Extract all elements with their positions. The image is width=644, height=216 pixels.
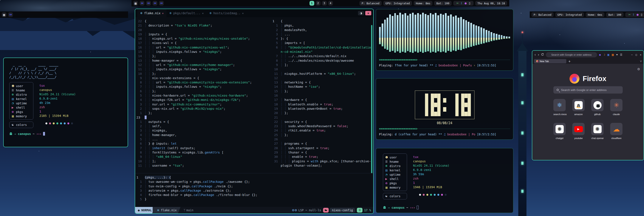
packages-icon: ✿ (385, 182, 390, 185)
pinned-app-icon[interactable]: $W (146, 1, 151, 6)
media-icon[interactable]: ● (636, 13, 638, 16)
pinned-app-icon[interactable]: $W (8, 12, 13, 17)
url-bar[interactable]: Search with Google or enter address (546, 52, 597, 57)
extension-shield-icon[interactable]: ✦ (616, 53, 618, 56)
shell-icon: ▶ (12, 106, 16, 109)
github-icon (594, 101, 602, 109)
launcher-grid-icon[interactable]: ▦ (133, 1, 138, 6)
pane-iso-image[interactable]: 1{1│ pkgs,2│ modulesPath,3│ ...4}: {5│ i… (271, 19, 372, 168)
fetch-value-user: tux (413, 155, 450, 159)
memory-icon: ▦ (12, 115, 16, 118)
back-button[interactable]: ‹ (534, 53, 536, 57)
workspace-1[interactable]: 1 (310, 1, 314, 6)
shortcut-chatgpt[interactable]: ❋chatgpt (554, 123, 566, 139)
clock: Thu Aug 08, 18:18 (475, 1, 507, 6)
shortcut-label: cloudflare (610, 137, 622, 139)
menu-icon[interactable]: ☰ (620, 53, 622, 56)
fetch-value-hname: canopus (413, 159, 450, 164)
tab-pkgs-default-[interactable]: ❄pkgs/default...× (166, 9, 206, 17)
shortcut-label: github (591, 113, 604, 116)
gear-icon: ⚙⚙ (292, 208, 297, 212)
project-name: nixos-config (330, 208, 355, 212)
shell-prompt[interactable]: →canopus~››› (9, 132, 128, 136)
extension-gem-icon[interactable]: ◆ (599, 53, 601, 56)
pane-pkgs-default[interactable]: 1{pkgs, ...}: {1│ tux-awesome-wm-config … (135, 175, 373, 201)
tab-flake-nix[interactable]: ❄flake.nix× (137, 9, 166, 17)
shortcut-chat.openai[interactable]: ❋chat.openai (591, 123, 604, 139)
search-input[interactable]: Search with Google or enter address (554, 86, 623, 94)
maximize-button[interactable]: ▢ (636, 53, 637, 56)
bluetooth-icon[interactable]: ᛒ (633, 13, 634, 16)
fetch-value-kernel: 6.9.8-zen1 (413, 168, 450, 172)
tower-silhouette (515, 30, 530, 216)
extension-moon-icon[interactable]: ☽ (603, 53, 605, 56)
fetch-value-memory: 1946 | 15394 MiB (413, 185, 450, 190)
neovim-window[interactable]: ❄flake.nix×❄pkgs/default...×❄hosts/isoIm… (135, 9, 374, 214)
phone-icon[interactable]: ▯ (641, 13, 642, 16)
new-tab-button[interactable]: + (568, 59, 570, 63)
pinned-app-icon[interactable]: $W (152, 1, 157, 6)
branch-icon: ᛘ (184, 208, 185, 212)
toggle-theme-button[interactable]: ◑ (358, 11, 364, 15)
fetch-value-user: tux (40, 84, 76, 88)
shortcut-claude[interactable]: ✳claude (610, 99, 622, 116)
firefox-tabbar: New Tab + ˅ (532, 59, 644, 64)
now-playing: Playing: d (coffee for your head) ** ♫ b… (379, 133, 510, 136)
extension-container-icon[interactable]: ▣ (607, 53, 610, 56)
fetch-value-pkgs: 1 (413, 181, 450, 185)
pane-flake-nix[interactable]: 22{21│ description = "tux's NixOS Flake"… (135, 19, 270, 168)
phone-icon[interactable]: ▯ (469, 2, 470, 5)
cava-visualizer-window[interactable]: =====================> Playing: ffee for… (376, 9, 513, 71)
reload-button[interactable] (541, 53, 544, 57)
hostname-icon: ☰ (12, 89, 16, 92)
git-branch: ᛘmain (184, 208, 194, 212)
close-button[interactable]: ✕ (640, 53, 642, 56)
terminal-fetch-left[interactable]: _ __ _ ____ _____ / |/ /(_)_ __/ __ \/ _… (3, 58, 128, 147)
fetch-value-shell: zsh (40, 105, 76, 110)
shortcut-label: chat.openai (591, 137, 604, 139)
hostname-icon: ☰ (385, 160, 390, 163)
clock-window[interactable]: 08/08/24 =====================> Playing:… (376, 78, 513, 140)
launcher-grid-icon[interactable]: ▦ (2, 12, 6, 17)
shortcut-search.nixos[interactable]: ❄search.nixos (554, 99, 566, 116)
firefox-wordmark: Firefox (583, 75, 606, 83)
close-buffer-button[interactable]: × (365, 11, 371, 15)
tab-hosts-isoImag-[interactable]: ❄hosts/isoImag..× (206, 9, 246, 17)
tab-new-tab[interactable]: New Tab (534, 59, 566, 63)
extension-block-icon[interactable]: ▦ (612, 53, 614, 56)
fetch-value-kernel: 6.9.8-zen1 (40, 97, 76, 101)
amazon-icon: a (574, 101, 583, 109)
fetch-value-pkgs: 1 (40, 110, 76, 114)
shortcut-cloudflare[interactable]: ☁cloudflare (610, 123, 622, 139)
lsp-status: ⚙⚙LSP ~ null-ls (292, 208, 321, 212)
firefox-window[interactable]: ‹ › Search with Google or enter address … (532, 50, 644, 160)
scissors-icon[interactable]: ✂ (456, 2, 459, 5)
workspace-switcher: 1234 (308, 1, 333, 6)
packages-icon: ✿ (12, 110, 16, 113)
shortcut-label: claude (610, 113, 622, 116)
firefox-logo: Firefox (532, 74, 644, 84)
shell-prompt[interactable]: →canopus~››› (383, 206, 419, 209)
tab-overflow-button[interactable]: ˅ (640, 59, 642, 63)
minimize-button[interactable]: — (631, 53, 632, 56)
forward-button[interactable]: › (538, 53, 539, 57)
fetch-value-hname: canopus (40, 88, 76, 92)
clock-digit (461, 94, 471, 116)
terminal-fetch-right[interactable]: ☻user☰hname❆distro▤kernel◔uptime▶shell✿p… (376, 148, 513, 213)
pinned-app-icon[interactable]: $W (159, 1, 164, 6)
bluetooth-icon[interactable]: ᛒ (461, 2, 462, 5)
workspace-2[interactable]: 2 (316, 1, 320, 6)
scissors-icon[interactable]: ✂ (628, 13, 631, 16)
shortcut-github[interactable]: github (591, 99, 604, 116)
shortcut-amazon[interactable]: aamazon (572, 99, 584, 116)
distro-icon: ❆ (12, 93, 16, 96)
editor-panes: 22{21│ description = "tux's NixOS Flake"… (135, 17, 373, 207)
workspace-3[interactable]: 3 (322, 1, 327, 6)
media-icon[interactable]: ● (464, 2, 467, 5)
clock-digit (449, 94, 458, 116)
workspace-4[interactable]: 4 (328, 1, 333, 6)
shortcut-youtube[interactable]: ▶youtube (572, 123, 584, 139)
gear-icon[interactable]: ⚙ (637, 67, 640, 71)
scrollbar[interactable] (371, 25, 372, 173)
pinned-app-icon[interactable]: $W (140, 1, 144, 6)
